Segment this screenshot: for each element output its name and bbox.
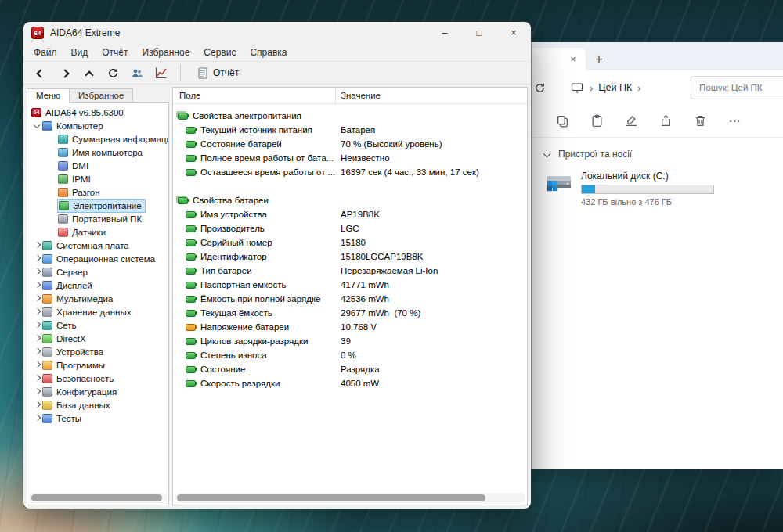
tree-item-motherboard[interactable]: Системная плата	[27, 239, 168, 252]
tree-item-computer[interactable]: Компьютер	[27, 119, 168, 132]
chevron-right-icon[interactable]	[32, 347, 42, 357]
table-row[interactable]: Состояние Разрядка	[173, 362, 527, 376]
column-field[interactable]: Поле	[173, 88, 336, 103]
chart-icon[interactable]	[154, 66, 168, 80]
menu-help[interactable]: Справка	[243, 47, 294, 58]
tree-item-directx[interactable]: DirectX	[27, 332, 168, 345]
table-row[interactable]: Серийный номер 15180	[173, 235, 527, 250]
chevron-right-icon[interactable]	[32, 267, 42, 277]
chevron-right-icon[interactable]	[32, 413, 42, 423]
drive-name[interactable]: Локальний диск (C:)	[581, 171, 714, 182]
breadcrumb-this-pc[interactable]: Цей ПК	[598, 82, 632, 93]
tree-item-server[interactable]: Сервер	[27, 265, 168, 279]
table-row[interactable]: Оставшееся время работы от ... 16397 сек…	[173, 165, 527, 179]
maximize-button[interactable]: □	[462, 22, 496, 44]
menu-view[interactable]: Вид	[64, 47, 96, 58]
tree-item-devices[interactable]: Устройства	[27, 345, 168, 358]
tree-item-ipmi[interactable]: IPMI	[27, 172, 168, 185]
table-row[interactable]: Полное время работы от бата... Неизвестн…	[173, 151, 527, 165]
table-row[interactable]: Степень износа 0 %	[173, 348, 527, 362]
delete-icon[interactable]	[683, 109, 717, 134]
table-row[interactable]: Текущий источник питания Батарея	[173, 123, 527, 137]
tree-item-portable-pc[interactable]: Портативный ПК	[27, 212, 168, 225]
copy-icon[interactable]	[545, 109, 579, 134]
search-input[interactable]	[698, 82, 783, 93]
horizontal-scrollbar-thumb[interactable]	[177, 494, 485, 501]
horizontal-scrollbar[interactable]	[29, 493, 167, 503]
refresh-icon[interactable]	[106, 66, 120, 80]
back-icon[interactable]	[33, 66, 47, 80]
tree-item-dmi[interactable]: DMI	[27, 159, 168, 172]
new-tab-button[interactable]: +	[586, 48, 612, 70]
table-row[interactable]: Имя устройства AP19B8K	[173, 207, 527, 221]
tab-menu[interactable]: Меню	[27, 88, 70, 103]
chevron-right-icon[interactable]	[32, 373, 42, 383]
drive-item[interactable]: Локальний диск (C:) 432 ГБ вільно з 476 …	[543, 171, 783, 207]
search-box[interactable]	[691, 76, 783, 99]
table-row[interactable]: Паспортная ёмкость 41771 mWh	[173, 278, 527, 292]
tree-item-computer-name[interactable]: Имя компьютера	[27, 146, 168, 159]
table-row[interactable]: Производитель LGC	[173, 221, 527, 235]
table-row[interactable]: Ёмкость при полной зарядке 42536 mWh	[173, 292, 527, 306]
rename-icon[interactable]	[614, 109, 648, 134]
menu-favorites[interactable]: Избранное	[135, 47, 197, 58]
tree-item-multimedia[interactable]: Мультимедиа	[27, 292, 168, 305]
tree-item-summary[interactable]: Суммарная информация	[27, 132, 168, 146]
up-icon[interactable]	[81, 66, 96, 80]
tree-item-tests[interactable]: Тесты	[27, 412, 168, 425]
chevron-right-icon[interactable]	[32, 386, 42, 397]
users-icon[interactable]	[130, 66, 144, 80]
table-row[interactable]: Напряжение батареи 10.768 V	[173, 320, 527, 334]
chevron-down-icon[interactable]	[32, 120, 42, 131]
this-pc-icon[interactable]	[570, 81, 584, 95]
tab-close-icon[interactable]: ×	[566, 52, 580, 66]
menu-tools[interactable]: Сервис	[197, 47, 243, 58]
table-row[interactable]: Идентификатор 15180LGCAP19B8K	[173, 250, 527, 264]
table-row[interactable]: Текущая ёмкость 29677 mWh (70 %)	[173, 306, 527, 320]
table-row[interactable]: Состояние батарей 70 % (Высокий уровень)	[173, 137, 527, 151]
tree-item-os[interactable]: Операционная система	[27, 252, 168, 265]
minimize-button[interactable]: –	[428, 22, 462, 44]
tree-item-security[interactable]: Безопасность	[27, 372, 168, 385]
table-row[interactable]: Скорость разрядки 4050 mW	[173, 376, 527, 390]
horizontal-scrollbar[interactable]	[175, 493, 525, 503]
chevron-right-icon[interactable]	[32, 253, 42, 264]
tree-item-programs[interactable]: Программы	[27, 358, 168, 372]
refresh-icon[interactable]	[532, 81, 547, 95]
devices-section-header[interactable]: Пристрої та носії	[543, 149, 783, 160]
table-row[interactable]: Циклов зарядки-разрядки 39	[173, 334, 527, 348]
more-options-icon[interactable]: ⋯	[717, 109, 752, 134]
tree-item-database[interactable]: База данных	[27, 398, 168, 412]
chevron-right-icon[interactable]	[32, 333, 42, 343]
chevron-right-icon[interactable]	[32, 240, 42, 250]
table-section-row[interactable]: Свойства батареи	[173, 193, 527, 207]
tab-favorites[interactable]: Избранное	[69, 88, 133, 103]
tree-item-overclock[interactable]: Разгон	[27, 185, 168, 199]
chevron-right-icon[interactable]	[32, 307, 42, 317]
tree-item-display[interactable]: Дисплей	[27, 279, 168, 292]
report-button[interactable]: Отчёт	[193, 66, 244, 81]
forward-icon[interactable]	[57, 66, 71, 80]
table-section-row[interactable]: Свойства электропитания	[173, 109, 527, 123]
tree-item-sensors[interactable]: Датчики	[27, 225, 168, 239]
chevron-right-icon[interactable]	[32, 280, 42, 290]
tree-item-network[interactable]: Сеть	[27, 318, 168, 332]
chevron-right-icon[interactable]	[32, 320, 42, 330]
table-row[interactable]: Тип батареи Перезаряжаемая Li-Ion	[173, 264, 527, 278]
paste-icon[interactable]	[579, 109, 614, 134]
tree-item-aida-root[interactable]: 64 AIDA64 v6.85.6300	[27, 106, 168, 119]
tree-item-storage[interactable]: Хранение данных	[27, 305, 168, 318]
horizontal-scrollbar-thumb[interactable]	[31, 494, 162, 501]
tree-item-config[interactable]: Конфигурация	[27, 385, 168, 398]
chevron-right-icon[interactable]	[32, 293, 42, 304]
menu-report[interactable]: Отчёт	[95, 47, 135, 58]
share-icon[interactable]	[648, 109, 683, 134]
chevron-right-icon[interactable]	[32, 400, 42, 410]
chevron-down-icon[interactable]	[543, 150, 551, 158]
tree-item-power[interactable]: Электропитание	[27, 199, 168, 212]
close-button[interactable]: ×	[496, 22, 531, 44]
chevron-right-icon[interactable]	[32, 360, 42, 370]
column-value[interactable]: Значение	[336, 91, 527, 100]
title-bar[interactable]: 64 AIDA64 Extreme – □ ×	[23, 22, 531, 44]
menu-file[interactable]: Файл	[27, 47, 64, 58]
